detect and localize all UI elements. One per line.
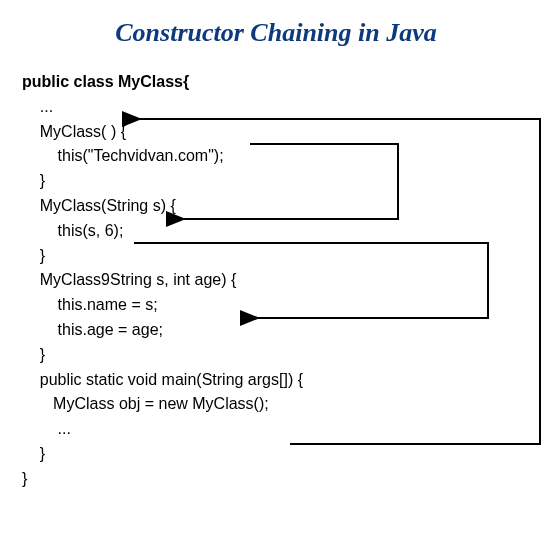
- code-line: this.name = s;: [22, 293, 534, 318]
- code-line: }: [22, 244, 534, 269]
- code-block: public class MyClass{ ... MyClass( ) { t…: [0, 70, 552, 492]
- code-line: ...: [22, 95, 534, 120]
- code-line: }: [22, 169, 534, 194]
- diagram-title: Constructor Chaining in Java: [0, 18, 552, 48]
- code-line: this(s, 6);: [22, 219, 534, 244]
- code-line: MyClass obj = new MyClass();: [22, 392, 534, 417]
- code-line: public class MyClass{: [22, 70, 534, 95]
- code-line: MyClass9String s, int age) {: [22, 268, 534, 293]
- code-line: public static void main(String args[]) {: [22, 368, 534, 393]
- code-line: }: [22, 343, 534, 368]
- code-line: }: [22, 467, 534, 492]
- code-line: MyClass( ) {: [22, 120, 534, 145]
- code-line: this.age = age;: [22, 318, 534, 343]
- code-line: }: [22, 442, 534, 467]
- code-line: this("Techvidvan.com");: [22, 144, 534, 169]
- code-line: MyClass(String s) {: [22, 194, 534, 219]
- code-line: ...: [22, 417, 534, 442]
